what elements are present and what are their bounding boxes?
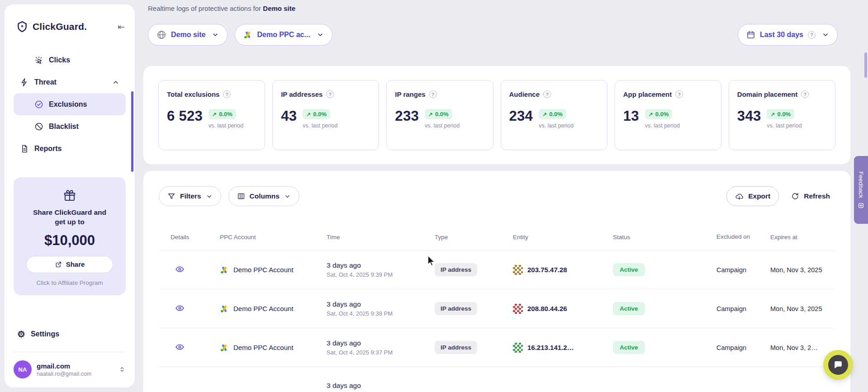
entity-identicon (513, 265, 523, 275)
time-relative: 3 days ago (327, 261, 435, 269)
date-range-selector[interactable]: Last 30 days ? (738, 24, 838, 46)
table-header-row: Details PPC Account Time Type Entity Sta… (159, 224, 835, 250)
globe-icon (157, 30, 166, 40)
stat-caption: vs. last period (539, 123, 574, 129)
export-button[interactable]: Export (726, 186, 779, 206)
app-title: ClickGuard. (33, 21, 113, 32)
table-row[interactable]: Demo PPC Account 3 days agoSat, Oct 4, 2… (159, 328, 835, 367)
excluded-on-value: Campaign (716, 344, 770, 351)
sidebar-item-label: Blacklist (49, 123, 79, 131)
column-header: Expires at (770, 234, 835, 241)
sidebar-item-settings[interactable]: ⚙ Settings (14, 324, 126, 345)
type-badge: IP address (435, 341, 477, 354)
help-icon[interactable]: ? (808, 31, 816, 39)
table-row[interactable]: 3 days ago (159, 367, 835, 392)
stat-caption: vs. last period (645, 123, 680, 129)
sidebar-item-reports[interactable]: Reports (14, 137, 126, 160)
column-header: Status (613, 234, 716, 241)
status-badge: Active (613, 263, 645, 276)
cloud-download-icon (735, 192, 744, 201)
columns-button[interactable]: Columns (228, 186, 299, 206)
excluded-on-value: Campaign (716, 266, 770, 274)
trend-up-icon: ↗ (770, 111, 775, 118)
filters-button[interactable]: Filters (159, 186, 221, 206)
help-icon[interactable]: ? (675, 90, 683, 98)
stat-caption: vs. last period (209, 123, 243, 129)
stat-label: App placement (623, 90, 672, 98)
stat-label: Audience (509, 90, 540, 98)
sidebar-scrollbar-thumb[interactable] (131, 91, 133, 172)
entity-identicon (513, 343, 523, 353)
stat-card-ip-ranges: IP ranges? 233 ↗0.0%vs. last period (386, 80, 493, 150)
table-row[interactable]: Demo PPC Account 3 days agoSat, Oct 4, 2… (159, 289, 835, 328)
column-header: Time (327, 234, 435, 241)
share-button[interactable]: Share (26, 256, 113, 273)
entity-value: 16.213.141.2… (527, 344, 574, 351)
stat-card-domain-placement: Domain placement? 343 ↗0.0%vs. last peri… (729, 80, 835, 150)
stat-value: 13 (623, 108, 639, 124)
trend-badge: ↗0.0% (209, 109, 236, 119)
time-relative: 3 days ago (327, 339, 435, 347)
promo-footer-text[interactable]: Click to Affiliate Program (21, 279, 119, 286)
page-scrollbar-thumb[interactable] (864, 52, 867, 78)
time-exact: Sat, Oct 4, 2025 9:38 PM (327, 310, 435, 317)
chevron-down-icon (212, 31, 219, 38)
report-document-icon (20, 144, 29, 153)
chevron-down-icon (822, 31, 829, 38)
trend-badge: ↗0.0% (539, 109, 566, 119)
columns-icon (237, 192, 245, 200)
trend-up-icon: ↗ (542, 111, 547, 118)
promo-headline: Share ClickGuard and get up to (29, 208, 110, 227)
help-icon[interactable]: ? (801, 90, 809, 98)
excluded-on-value: Campaign (716, 305, 770, 312)
entity-value: 203.75.47.28 (527, 266, 567, 274)
table-row[interactable]: Demo PPC Account 3 days agoSat, Oct 4, 2… (159, 250, 835, 289)
stat-value: 43 (281, 108, 297, 124)
columns-button-label: Columns (250, 192, 280, 200)
help-icon[interactable]: ? (326, 90, 334, 98)
ppc-account-selector[interactable]: Demo PPC ac... (235, 24, 332, 46)
trend-badge: ↗0.0% (645, 109, 673, 119)
view-details-eye-icon[interactable] (175, 264, 185, 274)
trend-delta: 0.0% (549, 111, 563, 118)
help-icon[interactable]: ? (543, 90, 551, 98)
view-details-eye-icon[interactable] (175, 303, 185, 313)
account-switcher[interactable]: NA gmail.com naatali.ro@gmail.com (14, 352, 126, 378)
stat-caption: vs. last period (767, 123, 802, 129)
help-icon[interactable]: ? (223, 90, 231, 98)
view-details-eye-icon[interactable] (175, 342, 185, 352)
sidebar-item-blacklist[interactable]: Blacklist (14, 115, 126, 137)
entity-identicon (513, 304, 523, 314)
sidebar: ClickGuard. ⇤ Clicks Threat Exclusions (5, 5, 135, 387)
status-badge: Active (613, 341, 645, 354)
google-ads-icon (243, 30, 252, 39)
site-selector[interactable]: Demo site (148, 24, 228, 46)
column-header: Excluded on (716, 233, 752, 241)
ppc-account-name: Demo PPC Account (233, 266, 294, 274)
feedback-tab[interactable]: Feedback (854, 156, 868, 224)
sidebar-collapse-icon[interactable]: ⇤ (118, 23, 125, 31)
entity-value: 208.80.44.26 (527, 305, 567, 312)
user-name: gmail.com (37, 362, 114, 370)
sidebar-item-label: Reports (34, 145, 62, 153)
gift-icon (21, 189, 119, 203)
stat-card-app-placement: App placement? 13 ↗0.0%vs. last period (615, 80, 721, 150)
chat-launcher-button[interactable] (823, 350, 853, 380)
refresh-button-label: Refresh (804, 192, 830, 200)
sidebar-item-threat[interactable]: Threat (14, 71, 126, 93)
sidebar-item-clicks[interactable]: Clicks (14, 49, 126, 71)
chevron-down-icon (284, 193, 291, 200)
time-relative: 3 days ago (327, 382, 435, 390)
sidebar-item-label: Clicks (49, 56, 70, 64)
clickguard-logo-icon (16, 21, 28, 33)
feedback-label: Feedback (858, 171, 864, 198)
trend-badge: ↗0.0% (303, 109, 330, 119)
help-icon[interactable]: ? (429, 90, 437, 98)
filters-button-label: Filters (180, 192, 201, 200)
ppc-account-name: Demo PPC Account (233, 305, 294, 312)
trend-up-icon: ↗ (649, 111, 653, 118)
refresh-button[interactable]: Refresh (786, 186, 835, 206)
trend-delta: 0.0% (435, 111, 449, 118)
sidebar-item-exclusions[interactable]: Exclusions (14, 93, 126, 115)
refresh-icon (791, 192, 799, 200)
